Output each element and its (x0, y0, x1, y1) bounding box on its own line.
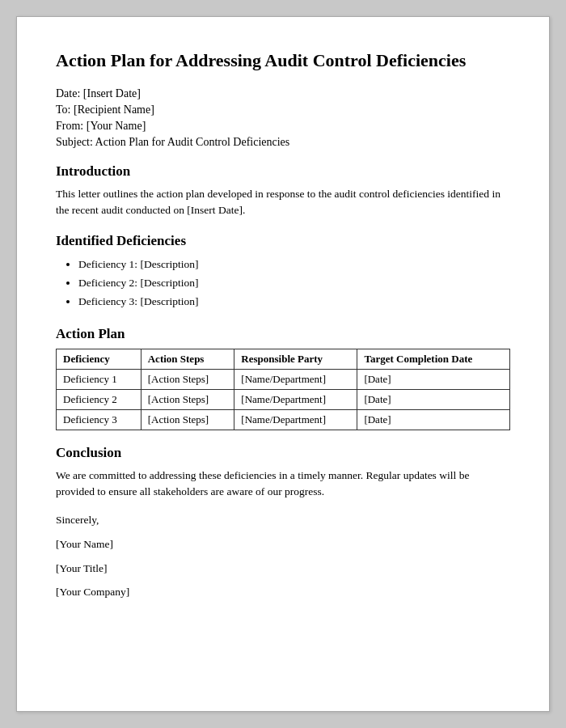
closing-sincerely: Sincerely, (56, 508, 510, 532)
list-item: Deficiency 2: [Description] (78, 274, 510, 293)
col-header-action-steps: Action Steps (141, 349, 234, 369)
table-body: Deficiency 1[Action Steps][Name/Departme… (57, 369, 510, 430)
introduction-heading: Introduction (56, 163, 510, 180)
closing-company: [Your Company] (56, 580, 510, 604)
table-cell: [Action Steps] (141, 389, 234, 409)
introduction-body: This letter outlines the action plan dev… (56, 186, 510, 219)
table-cell: [Name/Department] (234, 369, 357, 389)
conclusion-heading: Conclusion (56, 445, 510, 461)
meta-from: From: [Your Name] (56, 120, 510, 133)
table-cell: [Name/Department] (234, 409, 357, 430)
table-row: Deficiency 2[Action Steps][Name/Departme… (57, 389, 510, 409)
deficiencies-heading: Identified Deficiencies (56, 233, 510, 249)
col-header-responsible-party: Responsible Party (234, 349, 357, 369)
closing-block: Sincerely, [Your Name] [Your Title] [You… (56, 508, 510, 604)
table-cell: [Action Steps] (141, 409, 234, 430)
table-row: Deficiency 1[Action Steps][Name/Departme… (57, 369, 510, 389)
document-title: Action Plan for Addressing Audit Control… (56, 49, 510, 73)
table-row: Deficiency 3[Action Steps][Name/Departme… (57, 409, 510, 430)
table-header-row: Deficiency Action Steps Responsible Part… (57, 349, 510, 369)
table-cell: [Date] (357, 369, 510, 389)
list-item: Deficiency 3: [Description] (78, 293, 510, 311)
table-cell: Deficiency 2 (57, 389, 142, 409)
meta-date: Date: [Insert Date] (56, 87, 510, 100)
col-header-deficiency: Deficiency (57, 349, 142, 369)
action-plan-table: Deficiency Action Steps Responsible Part… (56, 349, 510, 430)
list-item: Deficiency 1: [Description] (78, 256, 510, 274)
table-cell: [Action Steps] (141, 369, 234, 389)
table-cell: [Name/Department] (234, 389, 357, 409)
deficiencies-list: Deficiency 1: [Description] Deficiency 2… (78, 256, 510, 311)
table-cell: [Date] (357, 389, 510, 409)
meta-to: To: [Recipient Name] (56, 104, 510, 116)
table-cell: [Date] (357, 409, 510, 430)
conclusion-body: We are committed to addressing these def… (56, 468, 510, 501)
meta-subject: Subject: Action Plan for Audit Control D… (56, 136, 510, 149)
table-cell: Deficiency 1 (57, 369, 142, 389)
closing-name: [Your Name] (56, 532, 510, 557)
document: Action Plan for Addressing Audit Control… (16, 16, 550, 712)
col-header-target-date: Target Completion Date (357, 349, 510, 369)
closing-title: [Your Title] (56, 557, 510, 581)
action-plan-heading: Action Plan (56, 326, 510, 342)
table-cell: Deficiency 3 (57, 409, 142, 430)
